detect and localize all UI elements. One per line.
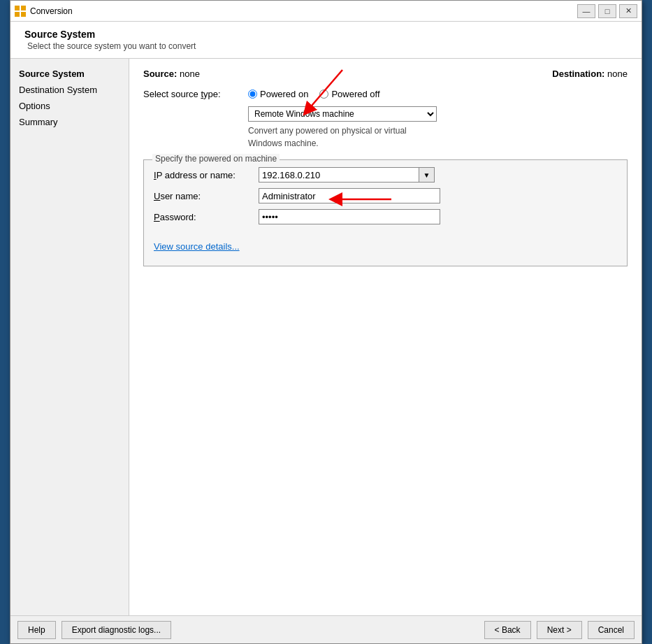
cancel-button[interactable]: Cancel xyxy=(588,621,635,639)
header-subtitle: Select the source system you want to con… xyxy=(24,41,628,51)
sidebar: Source System Destination System Options… xyxy=(10,59,129,615)
maximize-button[interactable]: □ xyxy=(598,4,616,18)
header-title: Source System xyxy=(24,29,628,40)
sidebar-item-options[interactable]: Options xyxy=(10,98,129,114)
destination-value: none xyxy=(607,69,628,79)
source-display: Source: none xyxy=(143,69,200,79)
ip-label: IP address or name: xyxy=(154,170,259,180)
main-window: Conversion — □ ✕ Source System Select th… xyxy=(10,0,642,644)
sidebar-item-summary[interactable]: Summary xyxy=(10,114,129,130)
window-title: Conversion xyxy=(30,6,577,16)
minimize-button[interactable]: — xyxy=(577,4,595,18)
powered-on-machine-group: Specify the powered on machine IP addres… xyxy=(143,159,628,266)
radio-powered-off-input[interactable] xyxy=(319,90,328,99)
back-button[interactable]: < Back xyxy=(484,621,531,639)
svg-rect-0 xyxy=(15,6,20,10)
sidebar-item-destination-system[interactable]: Destination System xyxy=(10,82,129,98)
radio-powered-on-label: Powered on xyxy=(260,89,308,99)
sidebar-item-source-system[interactable]: Source System xyxy=(10,66,129,82)
ip-dropdown-arrow[interactable]: ▼ xyxy=(419,167,435,183)
next-button[interactable]: Next > xyxy=(537,621,582,639)
source-type-row: Select source type: Powered on Powered o… xyxy=(143,89,628,99)
ip-input-wrap: ▼ xyxy=(259,167,435,183)
destination-display: Destination: none xyxy=(552,69,628,79)
svg-rect-3 xyxy=(21,12,26,17)
source-type-label: Select source type: xyxy=(143,89,248,99)
svg-rect-2 xyxy=(15,12,20,17)
source-type-dropdown[interactable]: Remote Windows machine Local machine VMw… xyxy=(248,106,437,122)
export-logs-button[interactable]: Export diagnostic logs... xyxy=(61,621,171,639)
password-row: Password: xyxy=(154,209,617,224)
window-icon xyxy=(15,6,26,17)
titlebar: Conversion — □ ✕ xyxy=(10,1,642,22)
radio-powered-on-input[interactable] xyxy=(248,90,257,99)
svg-rect-1 xyxy=(21,6,26,10)
group-box-legend: Specify the powered on machine xyxy=(152,154,280,164)
ip-input[interactable] xyxy=(259,167,419,183)
source-value: none xyxy=(180,69,200,79)
username-row: User name: xyxy=(154,188,617,203)
window-header: Source System Select the source system y… xyxy=(10,22,642,59)
view-source-link-wrap: View source details... xyxy=(154,234,617,252)
source-type-radios: Powered on Powered off xyxy=(248,89,380,99)
radio-powered-off-label: Powered off xyxy=(331,89,379,99)
src-dst-bar: Source: none Destination: none xyxy=(143,69,628,79)
radio-powered-off[interactable]: Powered off xyxy=(319,89,379,99)
help-button[interactable]: Help xyxy=(17,621,56,639)
content-area: Source: none Destination: none Select so… xyxy=(129,59,642,615)
password-input[interactable] xyxy=(259,209,440,224)
ip-row: IP address or name: ▼ xyxy=(154,167,617,183)
password-label: Password: xyxy=(154,212,259,222)
username-input[interactable] xyxy=(259,188,440,203)
close-button[interactable]: ✕ xyxy=(619,4,637,18)
window-body: Source System Destination System Options… xyxy=(10,59,642,615)
radio-powered-on[interactable]: Powered on xyxy=(248,89,308,99)
view-source-link[interactable]: View source details... xyxy=(154,241,240,252)
hint-text: Convert any powered on physical or virtu… xyxy=(248,124,628,150)
window-footer: Help Export diagnostic logs... < Back Ne… xyxy=(10,615,642,643)
username-label: User name: xyxy=(154,191,259,201)
titlebar-buttons: — □ ✕ xyxy=(577,4,637,18)
source-type-dropdown-wrap: Remote Windows machine Local machine VMw… xyxy=(248,106,628,122)
